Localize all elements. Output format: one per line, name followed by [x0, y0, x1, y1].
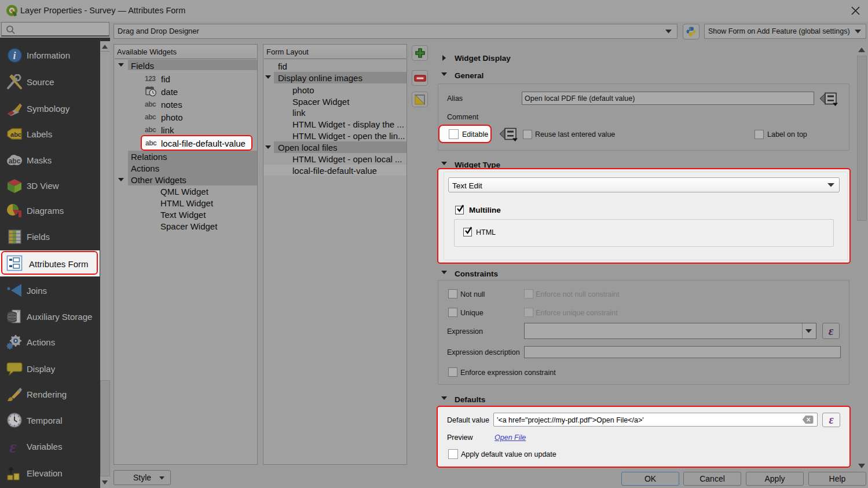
- svg-text:i: i: [13, 50, 16, 61]
- svg-text:abc: abc: [9, 157, 21, 165]
- svg-text:abc: abc: [10, 131, 21, 138]
